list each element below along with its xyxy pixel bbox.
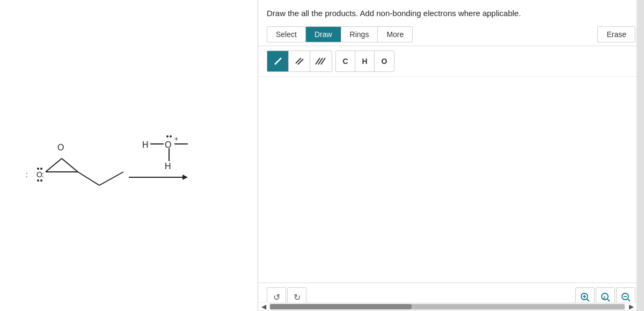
svg-point-15 <box>170 135 172 138</box>
svg-line-0 <box>46 158 62 172</box>
more-button[interactable]: More <box>378 27 412 42</box>
o-label: O <box>165 140 171 149</box>
rings-button[interactable]: Rings <box>341 27 378 42</box>
double-bond-button[interactable] <box>289 51 310 71</box>
zoom-out-icon <box>621 292 631 302</box>
svg-line-18 <box>275 58 281 64</box>
scroll-left-button[interactable]: ◀ <box>258 303 269 310</box>
left-panel: O : O : H O + H <box>0 0 258 311</box>
right-scrollbar[interactable] <box>636 0 644 311</box>
atom-buttons: C H O <box>335 50 394 72</box>
epoxide-o-label: O <box>57 143 64 152</box>
bottom-scrollbar-bar: ◀ ▶ <box>258 302 636 311</box>
zoom-fit-icon: 2 <box>601 292 610 302</box>
svg-point-5 <box>37 168 39 170</box>
svg-line-30 <box>608 299 610 301</box>
single-bond-icon <box>273 56 283 67</box>
svg-point-8 <box>40 179 42 182</box>
select-button[interactable]: Select <box>267 27 306 42</box>
bond-toolbar: C H O <box>258 46 644 77</box>
scroll-track[interactable] <box>270 304 625 309</box>
hydrogen-button[interactable]: H <box>355 51 375 71</box>
svg-point-6 <box>40 168 42 170</box>
svg-line-10 <box>99 172 123 185</box>
instruction-label: Draw the all the products. Add non-bondi… <box>267 9 521 18</box>
carbon-button[interactable]: C <box>336 51 355 71</box>
svg-line-1 <box>62 158 78 172</box>
h-label: H <box>142 140 149 149</box>
bond-buttons <box>267 50 332 72</box>
h2-label: H <box>165 162 171 171</box>
svg-marker-12 <box>182 175 188 180</box>
drawing-canvas[interactable] <box>258 77 644 283</box>
right-panel: Draw the all the products. Add non-bondi… <box>258 0 644 311</box>
oxygen-button[interactable]: O <box>375 51 394 71</box>
svg-line-33 <box>628 299 630 301</box>
left-lone-pair: : <box>26 170 28 179</box>
scroll-thumb <box>270 304 412 309</box>
draw-button[interactable]: Draw <box>306 27 341 42</box>
triple-bond-icon <box>314 56 327 67</box>
plus-label: + <box>174 135 178 143</box>
svg-point-14 <box>166 135 169 138</box>
mode-buttons: Select Draw Rings More <box>267 26 413 42</box>
zoom-in-icon <box>580 292 590 302</box>
svg-point-7 <box>37 179 39 182</box>
erase-button[interactable]: Erase <box>597 26 635 42</box>
top-toolbar: Select Draw Rings More Erase <box>258 23 644 46</box>
chemical-structure: O : O : H O + H <box>0 0 258 311</box>
svg-line-9 <box>78 172 99 185</box>
single-bond-button[interactable] <box>267 51 289 71</box>
svg-text::: : <box>42 170 44 179</box>
instruction-text: Draw the all the products. Add non-bondi… <box>258 0 644 23</box>
svg-text:2: 2 <box>603 295 606 300</box>
double-bond-icon <box>294 56 305 67</box>
svg-line-27 <box>587 299 589 301</box>
scroll-right-button[interactable]: ▶ <box>626 303 636 310</box>
triple-bond-button[interactable] <box>310 51 332 71</box>
